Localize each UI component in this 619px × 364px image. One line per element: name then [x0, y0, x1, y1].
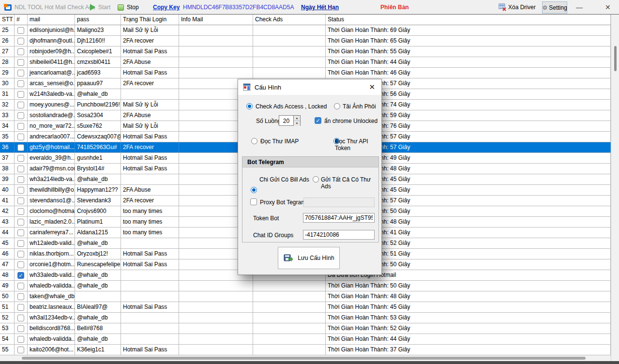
proxy-bot-input[interactable]	[303, 197, 375, 207]
row-checkbox[interactable]	[17, 325, 24, 332]
table-row[interactable]: 49whaledb-validda...@whale_dbThời Gian H…	[0, 281, 611, 291]
stop-icon[interactable]	[118, 0, 124, 15]
vertical-scrollbar-thumb[interactable]	[614, 46, 617, 71]
row-checkbox[interactable]	[17, 134, 24, 140]
thread-count-spin-buttons[interactable]: ▲▼	[293, 115, 301, 126]
delete-driver-icon[interactable]	[498, 0, 506, 15]
row-checkbox[interactable]	[17, 336, 24, 343]
table-row[interactable]: 27robinjoder09@h...Cxicoplebe#1Hotmail S…	[0, 46, 611, 57]
radio-tai-anh-phoi[interactable]	[334, 103, 340, 109]
table-row[interactable]: 52wh3al1234edb-v...@whale_dbThời Gian Ho…	[0, 313, 611, 323]
status-cell: Thời Gian Hoàn Thành: 65 Giây	[326, 36, 611, 46]
row-checkbox[interactable]	[17, 102, 24, 108]
row-checkbox[interactable]	[17, 123, 24, 130]
col-header-status[interactable]: Status	[326, 15, 611, 25]
login-status-cell: 2FA recover	[121, 142, 179, 152]
pass-cell: @whale_db	[75, 270, 121, 280]
row-index: 43	[0, 217, 15, 227]
spin-up-icon[interactable]: ▲	[294, 116, 300, 121]
row-checkbox[interactable]	[17, 240, 24, 247]
hide-chrome-checkbox[interactable]: ✓	[315, 117, 321, 124]
login-status-cell: 2FA Abuse	[121, 110, 179, 121]
horizontal-scrollbar-thumb[interactable]	[22, 357, 586, 360]
pass-cell: @whale_db	[75, 334, 121, 344]
login-status-cell: too many times	[121, 206, 179, 216]
table-row[interactable]: 50taken@whale_dbThời Gian Hoàn Thành: 48…	[0, 291, 611, 302]
col-header-ads[interactable]: Check Ads	[253, 15, 326, 25]
row-checkbox[interactable]	[17, 166, 24, 172]
table-row[interactable]: 51beatriz.lasneaux...BIAleal97@Hotmail S…	[0, 302, 611, 313]
col-header-check[interactable]: #	[15, 15, 28, 25]
start-icon[interactable]	[90, 0, 95, 15]
row-checkbox[interactable]	[17, 208, 24, 215]
vertical-scrollbar[interactable]	[611, 15, 619, 361]
dialog-titlebar[interactable]: Cấu Hình ✕	[238, 79, 381, 95]
login-status-cell: Mail Sử lý Lỗi	[121, 121, 179, 131]
winforms-icon	[243, 83, 251, 91]
dialog-close-icon[interactable]: ✕	[369, 83, 375, 91]
login-status-cell: 2FA Abuse	[121, 185, 179, 195]
row-check-cell: ✓	[15, 270, 28, 280]
row-checkbox[interactable]	[17, 187, 24, 194]
check-ads-cell	[253, 36, 326, 46]
proxy-bot-checkbox[interactable]	[250, 198, 257, 205]
spin-down-icon[interactable]: ▼	[294, 121, 300, 126]
row-checkbox[interactable]	[17, 155, 24, 162]
horizontal-scrollbar[interactable]	[0, 355, 611, 361]
row-checkbox[interactable]	[17, 261, 24, 268]
row-checkbox[interactable]	[17, 144, 24, 151]
row-checkbox[interactable]	[17, 70, 24, 76]
copy-key-link[interactable]: Copy Key	[153, 0, 180, 15]
col-header-stt[interactable]: STT	[0, 15, 15, 25]
expiry-link[interactable]: Ngày Hết Hạn	[301, 0, 339, 15]
chat-id-input[interactable]	[303, 230, 375, 240]
col-header-pass[interactable]: pass	[75, 15, 121, 25]
delete-driver-button[interactable]: Xóa Driver	[508, 0, 536, 15]
status-cell: Thời Gian Hoàn Thành: 69 Giây	[326, 25, 611, 35]
row-checkbox[interactable]	[17, 304, 24, 311]
radio-gui-tat-ca[interactable]	[313, 176, 319, 182]
row-checkbox[interactable]	[17, 197, 24, 204]
bot-telegram-group: Bot Telegram Chi Gửi Có Bill Ads Gửi Tất…	[242, 156, 379, 243]
row-checkbox[interactable]	[17, 80, 24, 87]
row-checkbox[interactable]	[17, 27, 24, 34]
row-checkbox[interactable]	[17, 315, 24, 321]
thread-count-stepper[interactable]: 20	[279, 115, 293, 126]
radio-doc-thu-imap[interactable]	[251, 138, 257, 144]
row-checkbox[interactable]	[17, 176, 24, 183]
stop-button[interactable]: Stop	[127, 0, 139, 15]
mail-cell: shibeilei0411@h...	[28, 57, 75, 67]
table-row[interactable]: 28shibeilei0411@h...cmzxsbl04112FA Abuse…	[0, 57, 611, 68]
row-checkbox[interactable]	[17, 283, 24, 289]
radio-check-ads-access[interactable]	[246, 103, 253, 109]
row-checkbox[interactable]: ✓	[17, 272, 24, 279]
row-checkbox[interactable]	[17, 59, 24, 66]
row-checkbox[interactable]	[17, 229, 24, 236]
col-header-mail[interactable]: mail	[28, 15, 75, 25]
token-bot-input[interactable]	[303, 213, 375, 223]
table-row[interactable]: 29jeancarloamat@...jcad6593Hotmail Sai P…	[0, 68, 611, 78]
col-header-info[interactable]: Info Mail	[179, 15, 253, 25]
row-checkbox[interactable]	[17, 48, 24, 55]
save-config-button[interactable]: Lưu Cấu Hình	[278, 247, 340, 269]
close-window-button[interactable]: ✕	[605, 0, 611, 15]
table-row[interactable]: 26djhofmann@outl...Djh12160!!2FA recover…	[0, 36, 611, 46]
row-checkbox[interactable]	[17, 347, 24, 353]
table-row[interactable]: 25edilsonjuniosl@h...Maligno23Mail Sử lý…	[0, 25, 611, 36]
table-row[interactable]: 54whaledb-validda...@whale_dbThời Gian H…	[0, 334, 611, 345]
row-checkbox[interactable]	[17, 38, 24, 45]
login-status-cell: 2FA recover	[121, 36, 179, 46]
col-header-login[interactable]: Trạng Thái Login	[121, 15, 179, 25]
row-checkbox[interactable]	[17, 112, 24, 119]
row-checkbox[interactable]	[17, 219, 24, 226]
radio-chi-gui-bill[interactable]	[251, 187, 257, 193]
row-checkbox[interactable]	[17, 91, 24, 98]
minimize-button[interactable]: —	[576, 0, 583, 15]
row-checkbox[interactable]	[17, 251, 24, 258]
row-checkbox[interactable]	[17, 293, 24, 300]
start-button[interactable]: Start	[98, 0, 110, 15]
app-title: NDL TOOL Hot Mail Check Ads	[15, 0, 95, 15]
table-row[interactable]: 55kaito2006@hot...K36eig1c1Hotmail Sai P…	[0, 345, 611, 355]
table-row[interactable]: 53belldiscord8768...Bell#8768Thời Gian H…	[0, 323, 611, 334]
setting-button[interactable]: ⚙ Setting	[542, 1, 567, 14]
